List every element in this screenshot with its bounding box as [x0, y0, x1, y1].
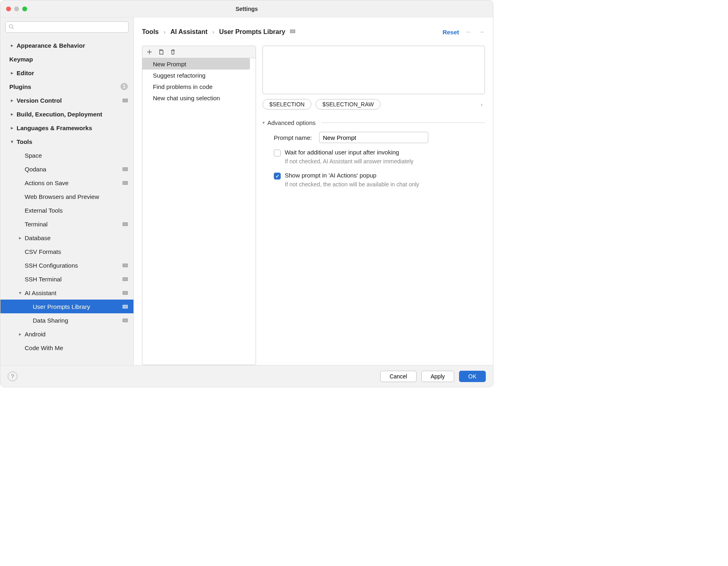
chevron-right-icon: ▸ — [9, 125, 15, 131]
project-scope-icon — [290, 28, 295, 36]
sidebar-item-qodana[interactable]: Qodana — [0, 162, 133, 176]
sidebar-item-label: Editor — [17, 70, 34, 76]
sidebar-item-label: Actions on Save — [25, 180, 68, 186]
apply-button[interactable]: Apply — [421, 371, 454, 382]
project-scope-icon — [123, 277, 128, 282]
sidebar-item-ssh-terminal[interactable]: SSH Terminal — [0, 272, 133, 286]
prompt-name-label: Prompt name: — [274, 134, 312, 141]
prompt-item[interactable]: New Prompt — [142, 58, 250, 70]
wait-input-label: Wait for additional user input after inv… — [285, 149, 399, 156]
sidebar-item-actions-on-save[interactable]: Actions on Save — [0, 176, 133, 190]
copy-prompt-button[interactable] — [158, 49, 164, 55]
svg-point-0 — [9, 25, 13, 28]
main-panel: Tools › AI Assistant › User Prompts Libr… — [134, 17, 493, 365]
chevron-right-icon: ▸ — [9, 70, 15, 76]
sidebar-item-label: SSH Terminal — [25, 276, 61, 283]
svg-rect-21 — [160, 51, 163, 54]
sidebar-item-terminal[interactable]: Terminal — [0, 217, 133, 231]
chevron-down-icon: ▾ — [9, 139, 15, 144]
sidebar-item-keymap[interactable]: Keymap — [0, 52, 133, 66]
sidebar-item-appearance-behavior[interactable]: ▸Appearance & Behavior — [0, 38, 133, 52]
sidebar-item-editor[interactable]: ▸Editor — [0, 66, 133, 80]
sidebar-item-plugins[interactable]: Plugins1 — [0, 80, 133, 93]
svg-rect-8 — [124, 224, 127, 225]
sidebar-item-label: Terminal — [25, 221, 48, 228]
sidebar-item-label: Plugins — [9, 83, 31, 90]
selection-chip[interactable]: $SELECTION — [262, 99, 311, 110]
project-scope-icon — [123, 304, 128, 309]
sidebar-item-label: Version Control — [17, 97, 62, 104]
prompt-item[interactable]: New chat using selection — [142, 92, 256, 103]
sidebar-item-label: Tools — [17, 138, 32, 145]
advanced-title: Advanced options — [267, 119, 315, 126]
sidebar-item-label: External Tools — [25, 207, 63, 214]
chevron-right-icon: ▸ — [9, 43, 15, 48]
reset-button[interactable]: Reset — [442, 29, 459, 36]
chevron-down-icon: ▾ — [262, 120, 265, 125]
project-scope-icon — [123, 290, 128, 296]
project-scope-icon — [123, 263, 128, 268]
title-bar: Settings — [0, 0, 493, 17]
sidebar-item-user-prompts-library[interactable]: User Prompts Library — [0, 300, 133, 313]
chevron-right-icon: ▸ — [9, 98, 15, 103]
sidebar-item-android[interactable]: ▸Android — [0, 327, 133, 341]
sidebar-item-version-control[interactable]: ▸Version Control — [0, 93, 133, 107]
nav-back-button[interactable]: ← — [466, 28, 472, 36]
sidebar-item-ssh-configurations[interactable]: SSH Configurations — [0, 258, 133, 272]
dialog-footer: ? Cancel Apply OK — [0, 365, 493, 387]
sidebar-item-label: User Prompts Library — [33, 303, 90, 310]
search-icon — [8, 24, 15, 30]
sidebar-item-label: Android — [25, 331, 46, 338]
prompt-text-area[interactable] — [262, 46, 485, 94]
sidebar-item-label: Keymap — [9, 56, 33, 63]
prompt-item[interactable]: Find problems in code — [142, 81, 256, 92]
close-window-button[interactable] — [6, 6, 11, 11]
help-button[interactable]: ? — [8, 372, 17, 381]
minimize-window-button[interactable] — [14, 6, 19, 11]
chevron-down-icon: ▾ — [17, 290, 23, 296]
wait-input-checkbox[interactable] — [274, 150, 281, 156]
sidebar-item-web-browsers-and-preview[interactable]: Web Browsers and Preview — [0, 190, 133, 203]
nav-forward-button[interactable]: → — [478, 28, 485, 36]
svg-rect-4 — [124, 169, 127, 170]
cancel-button[interactable]: Cancel — [380, 371, 417, 382]
settings-search-input[interactable] — [5, 21, 129, 33]
sidebar-item-tools[interactable]: ▾Tools — [0, 135, 133, 148]
svg-rect-18 — [124, 320, 127, 321]
delete-prompt-button[interactable] — [170, 49, 176, 55]
chevron-right-icon: ▸ — [9, 112, 15, 117]
advanced-header[interactable]: ▾ Advanced options — [262, 119, 485, 126]
zoom-window-button[interactable] — [22, 6, 27, 11]
window-title: Settings — [235, 6, 258, 12]
chevron-right-icon: ▸ — [17, 332, 23, 337]
sidebar-item-label: Languages & Frameworks — [17, 125, 92, 131]
svg-rect-14 — [124, 292, 127, 294]
project-scope-icon — [123, 180, 128, 186]
prompt-item[interactable]: Suggest refactoring — [142, 70, 256, 81]
prompt-name-input[interactable] — [319, 132, 428, 143]
show-popup-checkbox[interactable] — [274, 173, 281, 180]
sidebar-item-external-tools[interactable]: External Tools — [0, 203, 133, 217]
sidebar-item-label: Space — [25, 152, 42, 159]
divider — [321, 122, 485, 123]
sidebar-item-database[interactable]: ▸Database — [0, 231, 133, 245]
ok-button[interactable]: OK — [459, 371, 486, 382]
svg-rect-12 — [124, 279, 127, 280]
sidebar-item-data-sharing[interactable]: Data Sharing — [0, 313, 133, 327]
svg-rect-16 — [124, 306, 127, 307]
sidebar-item-space[interactable]: Space — [0, 148, 133, 162]
sidebar-item-label: Build, Execution, Deployment — [17, 111, 102, 118]
sidebar-item-build-execution-deployment[interactable]: ▸Build, Execution, Deployment — [0, 107, 133, 121]
selection-raw-chip[interactable]: $SELECTION_RAW — [315, 99, 381, 110]
sidebar-item-ai-assistant[interactable]: ▾AI Assistant — [0, 286, 133, 300]
project-scope-icon — [123, 222, 128, 227]
prompt-detail-panel: $SELECTION $SELECTION_RAW › ▾ Advanced o… — [262, 46, 485, 365]
breadcrumb-ai-assistant[interactable]: AI Assistant — [170, 28, 207, 36]
sidebar-item-label: SSH Configurations — [25, 262, 78, 269]
more-chips-button[interactable]: › — [481, 101, 485, 108]
sidebar-item-csv-formats[interactable]: CSV Formats — [0, 245, 133, 258]
add-prompt-button[interactable] — [146, 49, 152, 55]
sidebar-item-code-with-me[interactable]: Code With Me — [0, 341, 133, 355]
sidebar-item-languages-frameworks[interactable]: ▸Languages & Frameworks — [0, 121, 133, 135]
breadcrumb-tools[interactable]: Tools — [142, 28, 159, 36]
